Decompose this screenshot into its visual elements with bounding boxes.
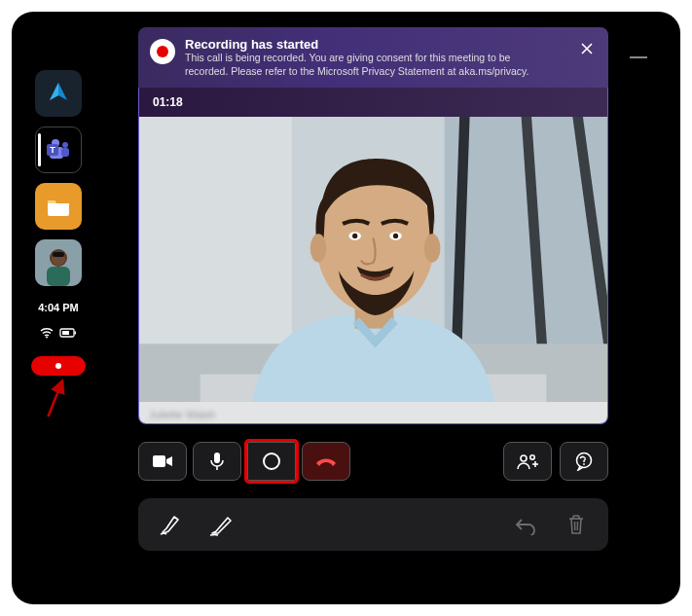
banner-close-button[interactable] <box>575 37 599 60</box>
avatar-image <box>35 239 82 286</box>
svg-point-31 <box>393 234 398 238</box>
svg-rect-32 <box>153 455 165 467</box>
highlighter-button[interactable] <box>156 510 185 539</box>
svg-point-35 <box>264 453 279 469</box>
annotation-arrow <box>45 378 68 420</box>
svg-line-15 <box>48 383 61 417</box>
video-feed: 01:18 <box>138 88 608 424</box>
pen-button[interactable] <box>206 510 236 539</box>
hinge-indicator <box>630 56 647 58</box>
svg-point-36 <box>521 455 527 461</box>
device-frame: T 4:04 PM <box>12 12 680 604</box>
svg-point-27 <box>424 235 441 263</box>
highlighter-icon <box>158 512 183 537</box>
undo-button[interactable] <box>511 510 540 539</box>
record-button[interactable] <box>247 442 296 481</box>
app-tile-files[interactable] <box>35 183 82 230</box>
video-bottom-strip: Juliette Walsh <box>139 402 607 423</box>
mic-icon <box>209 452 225 471</box>
teams-icon: T <box>44 135 73 164</box>
hangup-icon <box>314 454 338 468</box>
record-icon <box>150 39 175 64</box>
recording-badge[interactable] <box>31 356 86 376</box>
svg-point-37 <box>530 455 534 459</box>
chat-icon <box>574 452 594 471</box>
video-scene <box>139 117 607 402</box>
delete-button[interactable] <box>562 510 591 539</box>
app-tile-teams[interactable]: T <box>35 127 82 173</box>
status-icons <box>40 327 77 339</box>
hangup-button[interactable] <box>302 442 350 481</box>
chat-button[interactable] <box>560 442 608 481</box>
people-icon <box>517 453 538 470</box>
participant-name: Juliette Walsh <box>149 409 215 420</box>
video-topbar: 01:18 <box>139 88 607 117</box>
recording-banner: Recording has started This call is being… <box>138 27 608 88</box>
trash-icon <box>566 514 586 535</box>
svg-point-41 <box>583 463 585 465</box>
camera-button[interactable] <box>138 442 187 481</box>
banner-title: Recording has started <box>185 37 545 52</box>
people-button[interactable] <box>503 442 552 481</box>
app-tile-avatar[interactable] <box>35 239 82 286</box>
call-timer: 01:18 <box>153 95 183 109</box>
pen-icon <box>208 512 234 537</box>
banner-text: This call is being recorded. You are giv… <box>185 52 545 78</box>
close-icon <box>580 42 594 55</box>
svg-point-29 <box>352 234 357 238</box>
svg-rect-8 <box>47 267 70 286</box>
wifi-icon <box>40 327 54 339</box>
folder-icon <box>45 193 72 220</box>
svg-rect-14 <box>62 331 69 335</box>
svg-point-26 <box>310 235 327 263</box>
camera-icon <box>152 453 173 469</box>
dynamics-icon <box>44 79 73 108</box>
svg-rect-13 <box>75 332 77 335</box>
battery-icon <box>59 327 77 339</box>
mic-button[interactable] <box>193 442 241 481</box>
active-app-indicator <box>38 133 41 166</box>
main-area: Recording has started This call is being… <box>138 27 608 593</box>
ink-toolbar <box>138 498 608 551</box>
status-time: 4:04 PM <box>38 302 79 313</box>
svg-rect-33 <box>214 453 220 463</box>
svg-rect-10 <box>53 252 64 257</box>
svg-text:T: T <box>50 145 55 155</box>
app-tile-dynamics[interactable] <box>35 70 82 117</box>
undo-icon <box>514 514 537 535</box>
svg-point-1 <box>62 142 68 148</box>
svg-rect-3 <box>61 148 69 157</box>
svg-point-11 <box>46 337 48 339</box>
record-circle-icon <box>262 452 281 471</box>
call-controls <box>138 442 608 481</box>
app-sidebar: T 4:04 PM <box>31 70 86 376</box>
